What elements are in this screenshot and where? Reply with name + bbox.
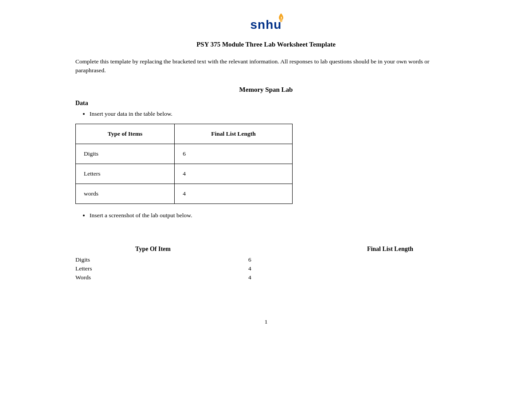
page-container: snhu PSY 375 Module Three Lab Worksheet … [75, 0, 457, 352]
row2-length: 4 [175, 164, 293, 184]
data-table: Type of Items Final List Length Digits 6… [75, 124, 293, 204]
col-header-type: Type of Items [76, 124, 175, 144]
table-row: Letters 4 [76, 164, 293, 184]
lab-output-col2-header: Final List Length [324, 246, 457, 253]
col-header-length: Final List Length [175, 124, 293, 144]
snhu-logo: snhu [250, 18, 282, 32]
screenshot-bullet-list: Insert a screenshot of the lab output be… [90, 212, 457, 219]
lab-output-row: Words 4 [75, 274, 457, 281]
lab-output-section: Type Of Item Final List Length Digits 6 … [75, 237, 457, 292]
lab-output-rows: Digits 6 Letters 4 Words 4 [75, 256, 457, 281]
row2-type: Letters [76, 164, 175, 184]
table-header-row: Type of Items Final List Length [76, 124, 293, 144]
page-number: 1 [265, 318, 268, 325]
table-row: Digits 6 [76, 144, 293, 164]
row3-length: 4 [175, 184, 293, 204]
row3-type: words [76, 184, 175, 204]
lab-row1-item: Digits [75, 256, 129, 263]
row1-length: 6 [175, 144, 293, 164]
intro-text: Complete this template by replacing the … [75, 57, 457, 75]
lab-row1-value: 6 [129, 256, 297, 263]
flame-icon [277, 13, 285, 25]
lab-output-col1-header: Type Of Item [75, 246, 231, 253]
lab-output-row: Digits 6 [75, 256, 457, 263]
table-row: words 4 [76, 184, 293, 204]
section-title: Memory Span Lab [75, 86, 457, 94]
page-title: PSY 375 Module Three Lab Worksheet Templ… [75, 41, 457, 48]
bullet-list: Insert your data in the table below. [90, 110, 457, 117]
lab-output-header: Type Of Item Final List Length [75, 246, 457, 253]
lab-row3-item: Words [75, 274, 129, 281]
lab-row3-value: 4 [129, 274, 297, 281]
data-label: Data [75, 100, 457, 107]
logo-area: snhu [75, 18, 457, 32]
bullet-item-1: Insert your data in the table below. [90, 110, 457, 117]
page-footer: 1 [75, 318, 457, 325]
row1-type: Digits [76, 144, 175, 164]
lab-row2-item: Letters [75, 265, 129, 272]
lab-row2-value: 4 [129, 265, 297, 272]
bullet-item-2: Insert a screenshot of the lab output be… [90, 212, 457, 219]
lab-output-row: Letters 4 [75, 265, 457, 272]
